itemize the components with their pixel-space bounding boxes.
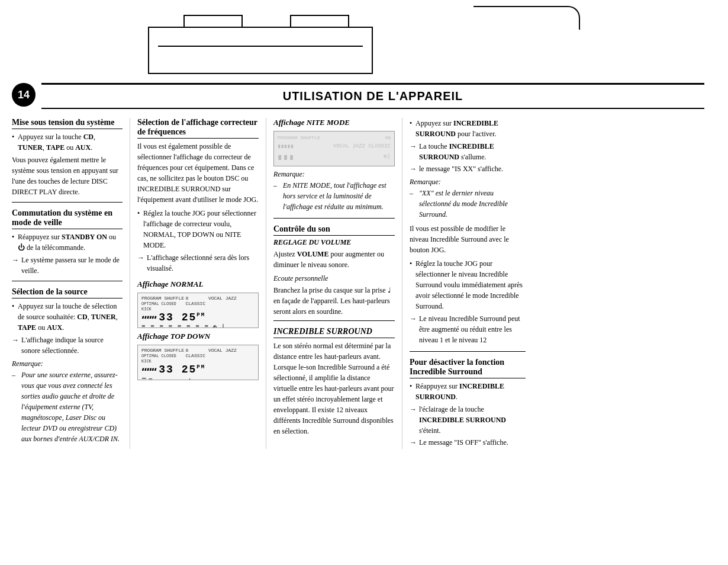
page-container: 14 UTILISATION DE L'APPAREIL Mise sous t… (0, 0, 728, 565)
section-selection-source-title: Sélection de la source (12, 287, 123, 298)
arrow-affichage-selectionne: L'affichage sélectionné sera dès lors vi… (137, 252, 259, 274)
arrow-source: L'affichage indique la source sonore sél… (12, 335, 123, 356)
remarque-source-item: Pour une source externe, assurez-vous qu… (12, 370, 123, 444)
body-mise-sous-tension: Vous pouvez également mettre le système … (12, 155, 123, 197)
section-desactiver-title: Pour désactiver la fonction Incredible S… (410, 358, 526, 378)
body-modifier-niveau: Il vous est possible de modifier le nive… (410, 223, 526, 255)
section-controle-son-title: Contrôle du son (273, 224, 395, 236)
bullet-reappuyez-is: Réappuyez sur INCREDIBLE SURROUND. (410, 381, 526, 402)
affichage-topdown-title: Affichage TOP DOWN (137, 332, 259, 341)
page-title: UTILISATION DE L'APPAREIL (41, 89, 704, 103)
affichage-normal-title: Affichage NORMAL (137, 280, 259, 289)
body-affichage-correcteur: Il vous est également possible de sélect… (137, 141, 259, 205)
affichage-nitemode-title: Affichage NITE MODE (273, 118, 395, 127)
arrow-desactiver-1: l'éclairage de la touche INCREDIBLE SURR… (410, 404, 526, 436)
display-normal-img: PROGRAM SHUFFLEOPTIMAL CLOSED KICK 8 VOC… (137, 293, 259, 328)
ecoute-personnelle-title: Ecoute personnelle (273, 273, 395, 284)
section-commutation-title: Commutation du système en mode de veille (12, 208, 123, 229)
arrow-standby: Le système passera sur le mode de veille… (12, 255, 123, 276)
bullet-standby: Réappuyez sur STANDBY ON ou ⏻ de la télé… (12, 232, 123, 253)
remarque-nitemode-title: Remarque: (273, 170, 395, 179)
arrow-incredible-2: le message "IS XX" s'affiche. (410, 163, 526, 174)
remarque-nitemode-item: En NITE MODE, tout l'affichage est hors … (273, 180, 395, 212)
arrow-desactiver-2: Le message "IS OFF" s'affiche. (410, 437, 526, 448)
remarque-col4-item: "XX" est le dernier niveau sélectionné d… (410, 188, 526, 220)
section-mise-sous-tension-title: Mise sous tension du système (12, 118, 123, 129)
column-2: Sélection de l'affichage correcteur de f… (130, 118, 266, 449)
body-reglage-volume: Ajustez VOLUME pour augmenter ou diminue… (273, 249, 395, 270)
section-incredible-surround-title: INCREDIBLE SURROUND (273, 327, 395, 338)
section-affichage-correcteur-title: Sélection de l'affichage correcteur de f… (137, 118, 259, 139)
main-title-bar: UTILISATION DE L'APPAREIL (41, 83, 704, 109)
reglage-volume-subtitle: REGLAGE DU VOLUME (273, 238, 395, 247)
body-incredible-surround: Le son stéréo normal est déterminé par l… (273, 341, 395, 436)
remarque-col4-title: Remarque: (410, 178, 526, 187)
remarque-source-title: Remarque: (12, 359, 123, 368)
column-4: Appuyez sur INCREDIBLE SURROUND pour l'a… (402, 118, 533, 449)
display-topdown-img: PROGRAM SHUFFLEOPTIMAL CLOSED KICK 8 VOC… (137, 345, 259, 380)
column-1: Mise sous tension du système Appuyez sur… (12, 118, 130, 449)
arrow-incredible-1: La touche INCREDIBLE SURROUND s'allume. (410, 141, 526, 162)
body-ecoute-personnelle: Branchez la prise du casque sur la prise… (273, 285, 395, 317)
display-nitemode-img: PROGRAM SHUFFLE ON ∎∎∎∎∎ VOCAL JAZZ CLAS… (273, 131, 395, 166)
page-number: 14 (12, 83, 36, 107)
content-area: Mise sous tension du système Appuyez sur… (12, 115, 716, 449)
bullet-jog-affichage: Réglez la touche JOG pour sélectionner l… (137, 208, 259, 251)
arrow-niveau-range: Le niveau Incredible Surround peut être … (410, 313, 526, 345)
bullet-cd-tuner: Appuyez sur la touche CD, TUNER, TAPE ou… (12, 131, 123, 153)
bullet-source: Appuyez sur la touche de sélection de so… (12, 301, 123, 333)
bullet-jog-niveau: Réglez la touche JOG pour sélectionner l… (410, 258, 526, 312)
column-3: Affichage NITE MODE PROGRAM SHUFFLE ON ∎… (266, 118, 402, 449)
top-diagram (0, 0, 728, 77)
bullet-incredible-activate: Appuyez sur INCREDIBLE SURROUND pour l'a… (410, 118, 526, 139)
